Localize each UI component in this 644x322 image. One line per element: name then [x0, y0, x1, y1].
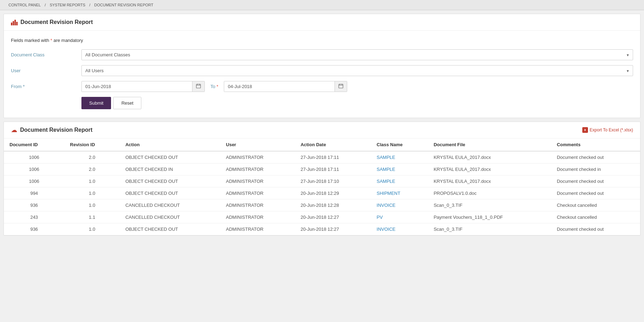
user-select[interactable]: All Users — [81, 65, 633, 76]
cell-document-id: 243 — [4, 211, 65, 223]
breadcrumb-separator: / — [89, 3, 90, 7]
cell-document-file: Payment Vouchers_118_1_0.PDF — [428, 211, 551, 223]
cell-document-id: 936 — [4, 223, 65, 235]
col-document-id: Document ID — [4, 138, 65, 151]
cell-comments: Checkout cancelled — [551, 199, 640, 211]
cell-document-file: KRYSTAL EULA_2017.docx — [428, 163, 551, 175]
breadcrumb: CONTROL PANEL / SYSTEM REPORTS / DOCUMEN… — [0, 0, 644, 10]
cell-class-name[interactable]: SAMPLE — [371, 163, 428, 175]
cell-comments: Document checked out — [551, 187, 640, 199]
cell-action: CANCELLED CHECKOUT — [120, 199, 220, 211]
results-section: ☁ Document Revision Report X Export To E… — [4, 122, 640, 236]
cell-comments: Document checked out — [551, 151, 640, 163]
cell-document-id: 936 — [4, 199, 65, 211]
cell-revision-id: 1.0 — [65, 223, 120, 235]
cell-class-name[interactable]: SHIPMENT — [371, 187, 428, 199]
from-date-input[interactable] — [82, 81, 192, 92]
table-row: 936 1.0 CANCELLED CHECKOUT ADMINISTRATOR… — [4, 199, 640, 211]
export-label: Export To Excel (*.xlsx) — [590, 128, 633, 132]
col-action-date: Action Date — [295, 138, 371, 151]
from-label: From * — [11, 84, 81, 89]
from-date-input-wrap — [81, 81, 205, 92]
cell-document-file: KRYSTAL EULA_2017.docx — [428, 151, 551, 163]
breadcrumb-item-system-reports[interactable]: SYSTEM REPORTS — [50, 3, 85, 7]
cell-user: ADMINISTRATOR — [220, 163, 295, 175]
cell-action: CANCELLED CHECKOUT — [120, 211, 220, 223]
cell-revision-id: 1.0 — [65, 199, 120, 211]
cell-action-date: 27-Jun-2018 17:10 — [295, 175, 371, 187]
col-revision-id: Revision ID — [65, 138, 120, 151]
cell-comments: Document checked out — [551, 175, 640, 187]
cell-revision-id: 1.0 — [65, 175, 120, 187]
export-to-excel-button[interactable]: X Export To Excel (*.xlsx) — [582, 127, 633, 133]
cell-document-id: 994 — [4, 187, 65, 199]
user-row: User All Users — [11, 65, 633, 76]
cell-document-file: Scan_0_3.TIF — [428, 223, 551, 235]
form-area: Fields marked with * are mandatory Docum… — [4, 31, 640, 118]
svg-rect-4 — [339, 84, 343, 88]
form-section: Document Revision Report Fields marked w… — [4, 14, 640, 118]
cell-action: OBJECT CHECKED OUT — [120, 187, 220, 199]
to-label: To * — [210, 84, 218, 89]
cell-revision-id: 2.0 — [65, 151, 120, 163]
svg-rect-0 — [196, 84, 201, 88]
cell-action: OBJECT CHECKED OUT — [120, 175, 220, 187]
cell-document-file: KRYSTAL EULA_2017.docx — [428, 175, 551, 187]
to-date-input-wrap — [224, 81, 347, 92]
cell-user: ADMINISTRATOR — [220, 187, 295, 199]
table-row: 1006 2.0 OBJECT CHECKED OUT ADMINISTRATO… — [4, 151, 640, 163]
table-row: 1006 1.0 OBJECT CHECKED OUT ADMINISTRATO… — [4, 175, 640, 187]
cell-document-id: 1006 — [4, 151, 65, 163]
cell-comments: Checkout cancelled — [551, 211, 640, 223]
button-row: Submit Reset — [11, 97, 633, 109]
mandatory-note: Fields marked with * are mandatory — [11, 38, 633, 43]
user-control: All Users — [81, 65, 633, 76]
date-range-row: From * To * — [11, 81, 633, 92]
col-comments: Comments — [551, 138, 640, 151]
form-section-header: Document Revision Report — [4, 14, 640, 31]
document-class-label: Document Class — [11, 52, 81, 57]
cell-revision-id: 1.1 — [65, 211, 120, 223]
reset-button[interactable]: Reset — [113, 97, 141, 109]
cell-action-date: 20-Jun-2018 12:28 — [295, 199, 371, 211]
cell-comments: Document checked out — [551, 223, 640, 235]
cell-document-id: 1006 — [4, 163, 65, 175]
cloud-icon: ☁ — [11, 126, 17, 134]
cell-user: ADMINISTRATOR — [220, 151, 295, 163]
bar-chart-icon — [11, 19, 18, 25]
breadcrumb-item-control-panel[interactable]: CONTROL PANEL — [8, 3, 41, 7]
document-class-select[interactable]: All Document Classes — [81, 49, 633, 60]
cell-action: OBJECT CHECKED OUT — [120, 151, 220, 163]
cell-class-name[interactable]: INVOICE — [371, 199, 428, 211]
cell-user: ADMINISTRATOR — [220, 223, 295, 235]
cell-action-date: 27-Jun-2018 17:11 — [295, 163, 371, 175]
document-class-select-wrapper: All Document Classes — [81, 49, 633, 60]
table-header-row: Document ID Revision ID Action User Acti… — [4, 138, 640, 151]
cell-document-id: 1006 — [4, 175, 65, 187]
cell-class-name[interactable]: PV — [371, 211, 428, 223]
cell-action: OBJECT CHECKED OUT — [120, 223, 220, 235]
cell-class-name[interactable]: SAMPLE — [371, 175, 428, 187]
cell-user: ADMINISTRATOR — [220, 175, 295, 187]
col-document-file: Document File — [428, 138, 551, 151]
excel-icon: X — [582, 127, 588, 133]
cell-revision-id: 1.0 — [65, 187, 120, 199]
cell-action: OBJECT CHECKED IN — [120, 163, 220, 175]
cell-class-name[interactable]: INVOICE — [371, 223, 428, 235]
cell-action-date: 20-Jun-2018 12:27 — [295, 211, 371, 223]
from-calendar-button[interactable] — [192, 81, 204, 92]
breadcrumb-item-document-revision-report: DOCUMENT REVISION REPORT — [94, 3, 153, 7]
to-date-input[interactable] — [224, 81, 335, 92]
cell-comments: Document checked in — [551, 163, 640, 175]
table-row: 1006 2.0 OBJECT CHECKED IN ADMINISTRATOR… — [4, 163, 640, 175]
cell-class-name[interactable]: SAMPLE — [371, 151, 428, 163]
cell-action-date: 20-Jun-2018 12:27 — [295, 223, 371, 235]
submit-button[interactable]: Submit — [81, 97, 111, 109]
results-table: Document ID Revision ID Action User Acti… — [4, 138, 640, 235]
results-title: Document Revision Report — [20, 127, 92, 133]
to-calendar-button[interactable] — [335, 81, 347, 92]
cell-action-date: 27-Jun-2018 17:11 — [295, 151, 371, 163]
col-user: User — [220, 138, 295, 151]
cell-document-file: Scan_0_3.TIF — [428, 199, 551, 211]
user-label: User — [11, 68, 81, 73]
